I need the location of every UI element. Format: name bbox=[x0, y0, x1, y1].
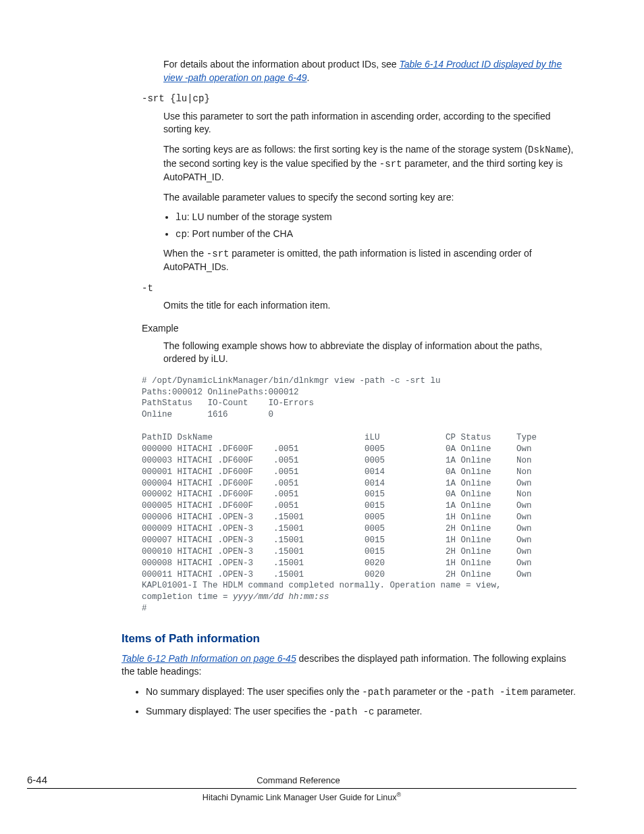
items-bullet-no-summary: No summary displayed: The user specifies… bbox=[146, 685, 576, 700]
page-number: 6-44 bbox=[27, 773, 47, 787]
page-content: For details about the information about … bbox=[122, 58, 576, 719]
srt-p3: The available parameter values to specif… bbox=[163, 191, 576, 205]
items-bullets: No summary displayed: The user specifies… bbox=[134, 685, 576, 719]
intro-prefix: For details about the information about … bbox=[163, 59, 399, 70]
intro-paragraph: For details about the information about … bbox=[163, 58, 576, 84]
registered-icon: ® bbox=[396, 791, 401, 798]
example-desc: The following example shows how to abbre… bbox=[163, 340, 576, 366]
book-title: Hitachi Dynamic Link Manager User Guide … bbox=[27, 791, 576, 804]
term-t: -t bbox=[142, 282, 576, 296]
page-footer: 6-44 Command Reference Hitachi Dynamic L… bbox=[68, 773, 576, 804]
heading-items-path-info: Items of Path information bbox=[122, 631, 576, 647]
srt-p2: The sorting keys are as follows: the fir… bbox=[163, 143, 576, 184]
intro-suffix: . bbox=[306, 72, 309, 83]
srt-p4: When the -srt parameter is omitted, the … bbox=[163, 247, 576, 274]
srt-bullet-lu: lu: LU number of the storage system bbox=[176, 211, 576, 225]
t-p1: Omits the title for each information ite… bbox=[163, 299, 576, 313]
srt-p1: Use this parameter to sort the path info… bbox=[163, 110, 576, 136]
chapter-title: Command Reference bbox=[47, 775, 549, 787]
example-desc-wrap: The following example shows how to abbre… bbox=[163, 340, 576, 366]
code-dskname: DskName bbox=[528, 145, 568, 155]
code-path-1: -path bbox=[362, 687, 390, 698]
code-srt-1: -srt bbox=[379, 159, 402, 170]
items-intro: Table 6-12 Path Information on page 6-45… bbox=[122, 652, 576, 679]
link-table-6-12[interactable]: Table 6-12 Path Information on page 6-45 bbox=[122, 653, 296, 664]
code-srt-2: -srt bbox=[207, 249, 230, 259]
term-srt: -srt {lu|cp} bbox=[142, 93, 576, 106]
items-bullet-summary: Summary displayed: The user specifies th… bbox=[146, 705, 576, 719]
srt-bullet-cp: cp: Port number of the CHA bbox=[176, 228, 576, 242]
def-srt: Use this parameter to sort the path info… bbox=[163, 110, 576, 274]
code-block: # /opt/DynamicLinkManager/bin/dlnkmgr vi… bbox=[142, 375, 576, 615]
code-path-item: -path -item bbox=[466, 687, 528, 698]
srt-bullets: lu: LU number of the storage system cp: … bbox=[163, 211, 576, 241]
example-label: Example bbox=[142, 322, 576, 336]
def-t: Omits the title for each information ite… bbox=[163, 299, 576, 313]
code-path-c: -path -c bbox=[329, 706, 374, 717]
